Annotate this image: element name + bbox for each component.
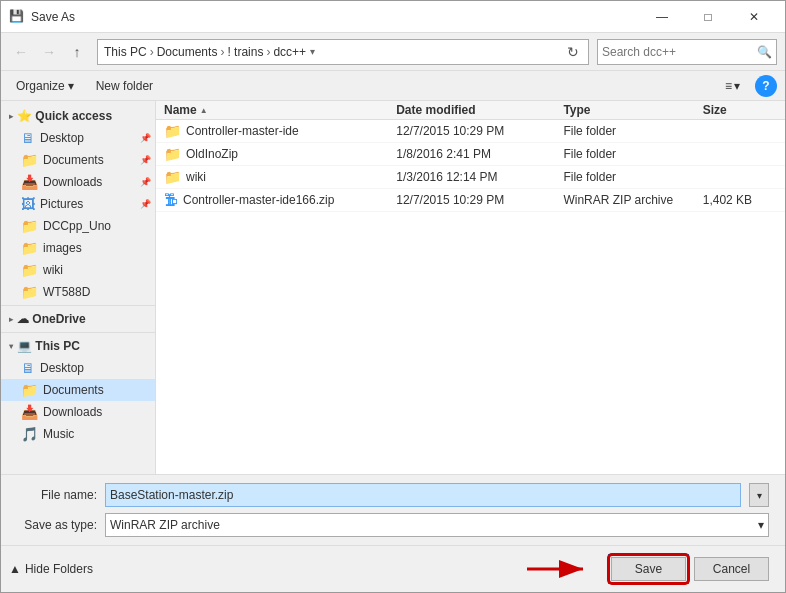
column-type[interactable]: Type — [563, 103, 702, 117]
hide-folders-button[interactable]: ▲ Hide Folders — [9, 562, 93, 576]
address-toolbar: ← → ↑ This PC › Documents › ! trains › d… — [1, 33, 785, 71]
folder-icon: 📁 — [21, 382, 38, 398]
folder-icon: 🎵 — [21, 426, 38, 442]
folder-icon: 📁 — [21, 284, 38, 300]
column-size[interactable]: Size — [703, 103, 777, 117]
file-name-label: File name: — [17, 488, 97, 502]
table-row[interactable]: 📁 Controller-master-ide 12/7/2015 10:29 … — [156, 120, 785, 143]
pin-icon: 📌 — [140, 155, 151, 165]
zip-icon: 🗜 — [164, 192, 178, 208]
back-button[interactable]: ← — [9, 40, 33, 64]
breadcrumb-part-trains[interactable]: ! trains — [225, 45, 265, 59]
sidebar-item-label: Desktop — [40, 361, 84, 375]
title-bar: 💾 Save As — □ ✕ — [1, 1, 785, 33]
column-name[interactable]: Name ▲ — [164, 103, 396, 117]
secondary-toolbar: Organize ▾ New folder ≡ ▾ ? — [1, 71, 785, 101]
folder-icon: 📁 — [164, 146, 181, 162]
file-list-header: Name ▲ Date modified Type Size — [156, 101, 785, 120]
save-type-value: WinRAR ZIP archive — [110, 518, 220, 532]
column-date[interactable]: Date modified — [396, 103, 563, 117]
folder-icon: 🖥 — [21, 130, 35, 146]
folder-icon: 📁 — [21, 218, 38, 234]
folder-icon: 🖼 — [21, 196, 35, 212]
refresh-button[interactable]: ↻ — [562, 41, 584, 63]
file-row-name: 📁 OldInoZip — [164, 146, 396, 162]
cancel-button[interactable]: Cancel — [694, 557, 769, 581]
breadcrumb: This PC › Documents › ! trains › dcc++ ▾ — [102, 45, 562, 59]
sidebar-item-label: Documents — [43, 383, 104, 397]
save-as-dialog: 💾 Save As — □ ✕ ← → ↑ This PC › Document… — [0, 0, 786, 593]
search-input[interactable] — [602, 45, 757, 59]
red-arrow-icon — [525, 554, 595, 584]
sidebar-divider — [1, 305, 155, 306]
quick-access-arrow-icon: ▸ — [9, 112, 13, 121]
save-type-row: Save as type: WinRAR ZIP archive ▾ — [17, 513, 769, 537]
new-folder-button[interactable]: New folder — [89, 76, 160, 96]
sidebar-item-label: Downloads — [43, 175, 102, 189]
up-button[interactable]: ↑ — [65, 40, 89, 64]
minimize-button[interactable]: — — [639, 1, 685, 33]
sidebar-item-documents[interactable]: 📁 Documents 📌 — [1, 149, 155, 171]
forward-button[interactable]: → — [37, 40, 61, 64]
sidebar-item-label: Pictures — [40, 197, 83, 211]
arrow-annotation — [525, 554, 595, 584]
folder-icon: 📁 — [21, 262, 38, 278]
sidebar-item-wiki[interactable]: 📁 wiki — [1, 259, 155, 281]
table-row[interactable]: 📁 wiki 1/3/2016 12:14 PM File folder — [156, 166, 785, 189]
breadcrumb-part-pc[interactable]: This PC — [102, 45, 149, 59]
title-controls: — □ ✕ — [639, 1, 777, 33]
window-title: Save As — [31, 10, 639, 24]
table-row[interactable]: 📁 OldInoZip 1/8/2016 2:41 PM File folder — [156, 143, 785, 166]
address-bar[interactable]: This PC › Documents › ! trains › dcc++ ▾… — [97, 39, 589, 65]
file-row-name: 📁 wiki — [164, 169, 396, 185]
file-area: Name ▲ Date modified Type Size 📁 Cont — [156, 101, 785, 474]
search-box[interactable]: 🔍 — [597, 39, 777, 65]
sidebar-item-this-pc-desktop[interactable]: 🖥 Desktop — [1, 357, 155, 379]
file-name-dropdown[interactable]: ▾ — [749, 483, 769, 507]
sidebar-item-label: Downloads — [43, 405, 102, 419]
breadcrumb-part-docs[interactable]: Documents — [155, 45, 220, 59]
sidebar-item-desktop[interactable]: 🖥 Desktop 📌 — [1, 127, 155, 149]
pin-icon: 📌 — [140, 133, 151, 143]
save-type-chevron-icon: ▾ — [758, 518, 764, 532]
sidebar-section-quick-access[interactable]: ▸ ⭐ Quick access — [1, 105, 155, 127]
file-name-input[interactable] — [105, 483, 741, 507]
sidebar-item-downloads[interactable]: 📥 Downloads 📌 — [1, 171, 155, 193]
save-type-select[interactable]: WinRAR ZIP archive ▾ — [105, 513, 769, 537]
pin-icon: 📌 — [140, 199, 151, 209]
sidebar-item-this-pc-documents[interactable]: 📁 Documents — [1, 379, 155, 401]
main-content: ▸ ⭐ Quick access 🖥 Desktop 📌 📁 Documents… — [1, 101, 785, 474]
help-button[interactable]: ? — [755, 75, 777, 97]
bottom-buttons: ▲ Hide Folders Save Cancel — [1, 545, 785, 592]
folder-icon: 📥 — [21, 404, 38, 420]
sidebar-item-dccpp-uno[interactable]: 📁 DCCpp_Uno — [1, 215, 155, 237]
onedrive-label: ☁ OneDrive — [17, 312, 86, 326]
folder-icon: 📥 — [21, 174, 38, 190]
sidebar-section-onedrive[interactable]: ▸ ☁ OneDrive — [1, 308, 155, 330]
organize-button[interactable]: Organize ▾ — [9, 76, 81, 96]
sidebar-item-wt588d[interactable]: 📁 WT588D — [1, 281, 155, 303]
sidebar-item-pictures[interactable]: 🖼 Pictures 📌 — [1, 193, 155, 215]
view-button[interactable]: ≡ ▾ — [718, 76, 747, 96]
sidebar-item-this-pc-music[interactable]: 🎵 Music — [1, 423, 155, 445]
folder-icon: 📁 — [21, 240, 38, 256]
table-row[interactable]: 🗜 Controller-master-ide166.zip 12/7/2015… — [156, 189, 785, 212]
search-icon: 🔍 — [757, 45, 772, 59]
sidebar-item-this-pc-downloads[interactable]: 📥 Downloads — [1, 401, 155, 423]
sidebar-item-images[interactable]: 📁 images — [1, 237, 155, 259]
save-button[interactable]: Save — [611, 557, 686, 581]
close-button[interactable]: ✕ — [731, 1, 777, 33]
sidebar-section-this-pc[interactable]: ▾ 💻 This PC — [1, 335, 155, 357]
view-icon: ≡ — [725, 79, 732, 93]
bottom-panel: File name: ▾ Save as type: WinRAR ZIP ar… — [1, 474, 785, 545]
sidebar-item-label: WT588D — [43, 285, 90, 299]
sidebar: ▸ ⭐ Quick access 🖥 Desktop 📌 📁 Documents… — [1, 101, 156, 474]
file-row-name: 🗜 Controller-master-ide166.zip — [164, 192, 396, 208]
breadcrumb-part-dcc[interactable]: dcc++ — [271, 45, 308, 59]
sidebar-item-label: Music — [43, 427, 74, 441]
sidebar-divider-2 — [1, 332, 155, 333]
hide-folders-label: Hide Folders — [25, 562, 93, 576]
folder-icon: 📁 — [21, 152, 38, 168]
maximize-button[interactable]: □ — [685, 1, 731, 33]
save-as-label: Save as type: — [17, 518, 97, 532]
